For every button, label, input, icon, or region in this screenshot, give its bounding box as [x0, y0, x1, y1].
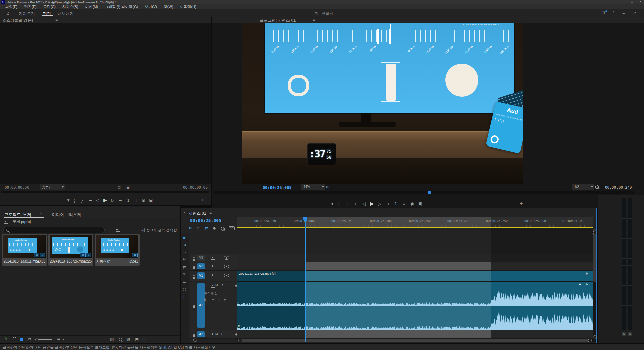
freeform-view-icon[interactable]: ⧉ [28, 337, 31, 341]
menu-marker[interactable]: 마커(M) [82, 4, 102, 9]
item-name[interactable]: 20241013_133726.mp4 [50, 259, 86, 263]
item-name[interactable]: 20241013_133911.mp4 [4, 259, 39, 263]
menu-clip[interactable]: 클립(C) [40, 4, 59, 9]
menu-edit[interactable]: 편집(E) [21, 4, 40, 9]
lock-icon[interactable] [193, 335, 195, 337]
timeline-ruler[interactable]: 00:00:24.950 00:00:25.000 00:00:25.050 0… [237, 217, 593, 227]
project-file[interactable]: 무제.prproj [13, 219, 31, 224]
source-seek-lane[interactable] [1, 191, 209, 193]
program-zoom-dropdown[interactable]: 44% [301, 184, 325, 190]
clip-star-badge[interactable]: ✱ [579, 283, 581, 286]
hand-tool[interactable]: ◎ [183, 287, 186, 291]
find-icon[interactable] [119, 338, 122, 341]
add-marker-icon[interactable]: ▼ [330, 202, 334, 206]
track-height-handle[interactable] [193, 338, 197, 342]
lift-icon[interactable]: ↥ [127, 198, 130, 202]
timeline-empty-top[interactable] [237, 228, 593, 254]
extract-icon[interactable]: ↧ [134, 198, 138, 202]
source-fit-dropdown[interactable]: 맞추기 [40, 184, 65, 190]
clip-video[interactable]: 20241013_133726.mp4 [V] fx [237, 271, 593, 281]
mute-button[interactable]: M [215, 284, 218, 287]
automate-sequence-icon[interactable]: ▥ [110, 337, 114, 341]
volume-rubber-band[interactable] [237, 286, 593, 286]
menu-window[interactable]: 창(W) [160, 4, 177, 9]
lock-icon[interactable] [193, 277, 195, 279]
track-v3-lane[interactable] [237, 254, 593, 262]
project-item-1[interactable]: Audio Advice ▤ ≈ 20241013_133911.mp4 13:… [2, 234, 47, 266]
razor-tool[interactable]: ✂ [183, 257, 186, 261]
item-name[interactable]: 시퀀스 01 [96, 259, 111, 264]
selection-tool[interactable]: ▶ [182, 235, 187, 240]
share-icon[interactable]: ⇧ [612, 11, 615, 15]
track-a2-lane[interactable] [237, 330, 593, 339]
source-panel-menu-icon[interactable]: ≡ [55, 18, 58, 22]
mark-out-icon[interactable]: } [81, 198, 83, 202]
project-item-2[interactable]: Audio Advice ▤ ≈ 20241013_133726.mp4 22:… [48, 234, 93, 266]
add-keyframe-icon[interactable]: ◇ [218, 298, 220, 301]
eye-icon[interactable] [224, 256, 229, 260]
track-target-a2[interactable]: A2 [197, 331, 205, 337]
timeline-v-scrollbar[interactable] [593, 229, 596, 342]
source-settings-icon[interactable]: □ [118, 185, 120, 189]
menu-view[interactable]: 보기(V) [141, 4, 160, 9]
lock-icon[interactable] [193, 267, 195, 269]
source-timecode[interactable]: 00;00;00;00 [5, 185, 29, 190]
menu-help[interactable]: 도움말(H) [177, 4, 200, 9]
audio-track-name[interactable]: 오디오 1 [204, 291, 217, 296]
play-icon[interactable]: ▶ [103, 198, 107, 202]
icon-view-icon[interactable] [20, 338, 23, 341]
meter-solo-right[interactable]: S [628, 332, 632, 336]
program-seek-lane[interactable] [213, 191, 635, 194]
project-item-3[interactable]: Audio Advice ▦ 시퀀스 01 35:41 [95, 234, 140, 266]
program-seek-marker[interactable] [428, 191, 431, 194]
playhead-head[interactable] [303, 217, 307, 221]
tab-media-browser[interactable]: 미디어 브라우저 [52, 212, 81, 218]
go-to-out-icon[interactable]: ⇥ [119, 198, 122, 202]
search-input[interactable] [3, 227, 105, 233]
track-target-v1[interactable]: V1 [197, 272, 205, 279]
zoom-handle-top[interactable] [593, 231, 597, 234]
source-patch-icon[interactable] [211, 333, 215, 336]
scroll-handle-right[interactable] [588, 339, 592, 342]
add-marker-icon[interactable]: ▼ [66, 198, 70, 202]
export-frame-icon[interactable]: ◉ [142, 198, 145, 202]
prev-keyframe-icon[interactable]: ◀ [212, 298, 214, 301]
source-patch-icon[interactable] [211, 256, 215, 260]
go-to-in-icon[interactable]: ⇤ [355, 202, 358, 206]
slip-tool[interactable]: ⇄ [183, 265, 186, 269]
audio-gain-value[interactable]: 0, [204, 298, 207, 302]
step-back-icon[interactable]: ◁ [96, 198, 99, 202]
fullscreen-icon[interactable]: ↗ [633, 11, 636, 15]
solo-button[interactable]: S [221, 284, 223, 287]
new-bin-icon[interactable]: ▨ [126, 337, 130, 341]
zoom-slider-track[interactable] [39, 339, 52, 340]
pen-tool[interactable]: ✎ [183, 272, 186, 276]
list-view-icon[interactable]: ☷ [13, 337, 16, 341]
button-editor-icon[interactable]: + [201, 198, 204, 202]
step-forward-icon[interactable]: ▷ [111, 198, 114, 202]
menu-graphics[interactable]: 그래픽 및 타이틀(G) [101, 4, 141, 9]
track-target-v3[interactable]: V3 [197, 255, 205, 261]
extract-icon[interactable]: ↧ [402, 202, 406, 206]
source-patch-icon[interactable] [211, 265, 215, 268]
timeline-h-scrollbar[interactable] [237, 339, 593, 342]
step-forward-icon[interactable]: ▷ [378, 202, 381, 206]
button-editor-icon[interactable]: + [520, 201, 523, 206]
zoom-handle-bottom[interactable] [593, 335, 597, 339]
delete-icon[interactable]: ▯ [142, 337, 145, 341]
minimize-button[interactable]: — [618, 0, 626, 4]
home-ic[interactable]: ⌂ [7, 10, 9, 16]
export-frame-icon[interactable]: ◉ [410, 202, 414, 206]
sort-icon[interactable]: ≣ [57, 337, 60, 341]
go-to-out-icon[interactable]: ⇥ [386, 202, 389, 206]
eye-icon[interactable] [224, 274, 229, 277]
menu-sequence[interactable]: 시퀀스(S) [59, 4, 82, 9]
play-icon[interactable]: ▶ [370, 201, 374, 206]
lock-icon[interactable] [193, 259, 195, 261]
workspace-menu-icon[interactable]: ≡ [622, 11, 625, 15]
close-button[interactable]: × [637, 0, 644, 4]
source-patch-icon[interactable] [211, 274, 215, 277]
meter-solo-left[interactable]: S [622, 332, 626, 336]
next-keyframe-icon[interactable]: ▶ [224, 298, 226, 301]
comparison-view-icon[interactable]: ▣ [418, 202, 422, 206]
